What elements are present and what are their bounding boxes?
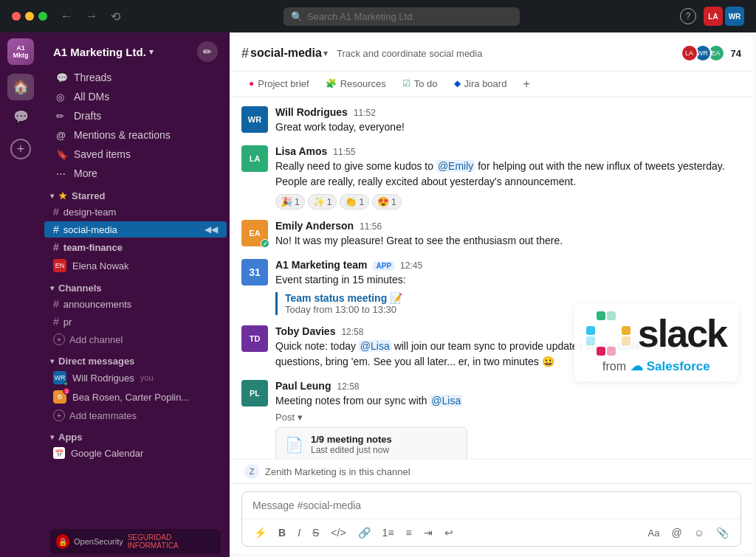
event-time: Today from 13:00 to 13:30 [285,304,741,315]
sidebar-app-gcal[interactable]: 📅 Google Calendar [44,445,227,461]
chat-input-box: ⚡ B I S </> 🔗 1≡ ≡ ⇥ ↩ Aa @ ☺ [241,491,741,547]
nav-back-button[interactable]: ← [58,8,75,24]
icon-bar-home[interactable]: 🏠 [7,74,34,100]
mention-lisa: @Lisa [359,340,391,352]
post-action[interactable]: Post ▾ [275,412,741,423]
sidebar-channel-announcements[interactable]: # announcements [44,296,227,312]
paul-msg-avatar: PL [241,380,268,406]
lisa-time: 11:55 [333,147,355,157]
message-input[interactable] [242,492,740,519]
emily-msg-content: Emily Anderson 11:56 No! It was my pleas… [275,220,741,249]
event-title[interactable]: Team status meeting 📝 [285,292,741,304]
sidebar-nav-saved[interactable]: 🔖 Saved items [44,145,227,163]
zenith-icon: Z [244,464,259,479]
tab-resources[interactable]: 🧩 Resources [318,72,394,97]
file-card[interactable]: 📄 1/9 meeting notes Last edited just now [275,427,467,459]
bolt-icon-btn[interactable]: ⚡ [250,524,271,542]
lisa-reactions: 🎉 1 ✨ 1 👏 1 😍 1 [275,194,741,210]
add-teammates-button[interactable]: + Add teammates [44,407,227,423]
member-avatar-1: LA [681,44,698,62]
zenith-text: Zenith Marketing is in this channel [265,466,410,477]
maximize-btn[interactable] [38,12,47,21]
sidebar-nav-mentions[interactable]: @ Mentions & reactions [44,126,227,144]
sidebar-dm-elena[interactable]: EN Elena Nowak [44,257,227,274]
lisa-author: Lisa Amos [275,145,327,157]
bold-btn[interactable]: B [274,524,290,542]
ordered-list-btn[interactable]: 1≡ [378,524,399,542]
chat-input-area: ⚡ B I S </> 🔗 1≡ ≡ ⇥ ↩ Aa @ ☺ [230,483,753,554]
sidebar-nav-alldms[interactable]: ◎ All DMs [44,88,227,105]
will-time: 11:52 [354,108,376,118]
mentions-icon: @ [56,130,68,141]
close-btn[interactable] [12,12,21,21]
sidebar: A1 Marketing Ltd. ▾ ✏ 💬 Threads ◎ All DM… [41,32,230,557]
reaction-heart-eyes[interactable]: 😍 1 [372,194,402,210]
compose-button[interactable]: ✏ [197,41,218,62]
sidebar-channel-design-team[interactable]: # design-team [44,204,227,220]
todo-icon: ☑ [402,78,410,89]
channel-name[interactable]: # social-media ▾ [241,46,328,61]
file-name: 1/9 meeting notes [311,434,392,445]
reaction-clap[interactable]: 👏 1 [340,194,369,210]
member-avatars[interactable]: LA WR EA [681,44,725,62]
apps-section-header[interactable]: ▾ Apps [41,424,230,444]
add-tab-button[interactable]: + [515,72,537,97]
nav-history-button[interactable]: ⟲ [108,8,123,25]
chevron-down-icon: ▾ [149,47,154,57]
sidebar-channel-pr[interactable]: # pr [44,314,227,330]
lisa-msg-content: Lisa Amos 11:55 Really need to give some… [275,145,741,210]
unread-badge: 3 [63,387,70,395]
opensecurity-banner[interactable]: 🔒 OpenSecurity SEGURIDAD INFORMÁTICA [50,529,221,554]
unordered-list-btn[interactable]: ≡ [402,524,416,542]
link-btn[interactable]: 🔗 [354,524,375,542]
app-author: A1 Marketing team [275,259,367,271]
font-size-btn[interactable]: Aa [644,525,664,542]
sidebar-nav-more[interactable]: ⋯ More [44,165,227,182]
reaction-sparkle[interactable]: ✨ 1 [308,194,337,210]
mention-btn[interactable]: @ [667,524,686,542]
tab-jira[interactable]: ◆ Jira board [447,72,515,97]
icon-bar-dm[interactable]: 💬 [7,103,34,130]
search-bar[interactable]: 🔍 [284,7,520,26]
indent-btn[interactable]: ⇥ [419,524,437,542]
undo-btn[interactable]: ↩ [440,524,458,542]
help-button[interactable]: ? [680,8,696,24]
toby-text: Quick note: today @Lisa will join our te… [275,339,741,370]
minimize-btn[interactable] [25,12,34,21]
toby-msg-avatar: TD [241,325,268,352]
channels-section-header[interactable]: ▾ Channels [41,275,230,295]
emoji-btn[interactable]: ☺ [690,524,709,542]
attachment-btn[interactable]: 📎 [712,524,733,542]
member-count[interactable]: 74 [731,48,741,59]
sidebar-nav-threads[interactable]: 💬 Threads [44,69,227,86]
nav-forward-button[interactable]: → [83,8,100,24]
reaction-party[interactable]: 🎉 1 [275,194,305,210]
tab-project-brief[interactable]: ● Project brief [241,72,317,97]
opensecurity-label: OpenSecurity [74,537,123,546]
workspace-name[interactable]: A1 Marketing Ltd. ▾ [53,46,154,58]
elena-avatar: EN [53,259,66,272]
tab-todo[interactable]: ☑ To do [395,72,445,97]
sidebar-channel-social-media[interactable]: # social-media ◀◀ [44,221,227,238]
verified-icon: ✓ [261,239,269,248]
add-channel-button[interactable]: + Add channel [44,331,227,347]
emily-time: 11:56 [360,221,382,232]
add-channel-icon: + [53,333,65,345]
code-btn[interactable]: </> [326,524,350,542]
sidebar-header: A1 Marketing Ltd. ▾ ✏ [41,32,230,68]
sidebar-nav-drafts[interactable]: ✏ Drafts [44,107,227,125]
sidebar-channel-team-finance[interactable]: # team-finance [44,239,227,255]
search-input[interactable] [307,11,512,22]
dms-section-header[interactable]: ▾ Direct messages [41,348,230,368]
titlebar-avatars: LA WR [704,7,744,26]
double-arrow-icon: ◀◀ [205,224,218,235]
resources-icon: 🧩 [326,78,337,89]
italic-btn[interactable]: I [293,524,305,542]
starred-section-header[interactable]: ▾ ★ Starred [41,183,230,203]
strikethrough-btn[interactable]: S [308,524,323,542]
workspace-icon[interactable]: A1Mktg [7,38,34,65]
hash-icon-pr: # [53,316,59,328]
icon-bar-add[interactable]: + [10,139,31,159]
sidebar-dm-bea[interactable]: B 3 Bea Rosen, Carter Poplin... [44,388,227,406]
sidebar-dm-will[interactable]: WR Will Rodrigues you [44,369,227,387]
